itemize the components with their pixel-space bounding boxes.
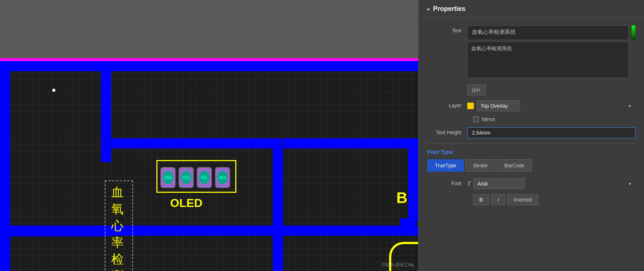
formula-label-empty [427,84,467,87]
text-property-label: Text [427,25,467,33]
font-dropdown-wrapper: Arial Times New Roman Courier New ▼ [473,178,635,189]
panel-header: ◄ Properties [419,0,644,18]
mirror-label: Mirror [482,116,495,122]
formula-button[interactable]: (x)+ [467,84,486,95]
oled-pin-3: SCL [197,167,212,188]
formula-row: (x)+ [427,84,635,95]
mirror-row: Mirror [427,116,635,122]
inverted-button[interactable]: Inverted [507,194,538,205]
b-letter: B [396,189,407,207]
italic-button[interactable]: I [491,194,505,205]
oled-pin-4-label: SDA [217,171,228,184]
oled-pin-2-label: VCC [181,171,191,184]
font-type-buttons: TrueType Stroke BarCode [427,159,635,172]
pcb-canvas[interactable]: 血氧心率检测系统 GND VCC SCL SDA OLED B CSDN @张工… [0,0,418,271]
oled-pin-1: GND [160,167,176,188]
oled-pin-2: VCC [179,167,194,188]
font-label: Font [427,178,467,186]
selection-handle-br [53,89,55,92]
layer-select[interactable]: Top Overlay Bottom Overlay Top Copper [477,100,520,111]
blue-trace-corner-bl [0,138,109,236]
panel-body: Text 血氧心率检测系统 (x)+ Layer Top Overlay [419,18,644,271]
layer-color-indicator [467,103,474,109]
blue-line-top [0,61,418,71]
text-textarea[interactable] [467,41,629,78]
mirror-checkbox[interactable] [473,116,479,122]
panel-collapse-icon[interactable]: ◄ [426,7,430,12]
divider-1 [427,143,635,144]
font-type-truetype-btn[interactable]: TrueType [427,159,464,172]
font-type-barcode-btn[interactable]: BarCode [497,159,532,172]
layer-dropdown-arrow: ▼ [628,104,632,108]
bold-button[interactable]: B [473,194,489,205]
properties-panel: ◄ Properties Text 血氧心率检测系统 (x)+ Layer [418,0,644,271]
font-select-wrapper: T Arial Times New Roman Courier New ▼ [467,178,635,189]
layer-select-wrapper: Top Overlay Bottom Overlay Top Copper ▼ [477,100,635,111]
watermark: CSDN @张工hkj [381,262,414,268]
blue-trace-horizontal-mid [101,138,283,148]
text-property-row: Text 血氧心率检测系统 [427,25,635,79]
font-dropdown-arrow: ▼ [628,182,632,186]
font-property-row: Font T Arial Times New Roman Courier New… [427,178,635,189]
blue-trace-right-corner [400,148,418,228]
text-height-input[interactable] [467,127,635,138]
text-height-label: Text Height [427,127,467,135]
font-type-section-title: Font Type [427,149,635,155]
oled-component-box[interactable]: GND VCC SCL SDA [156,160,236,193]
blue-trace-right-top [284,138,418,148]
top-gray-area [0,0,418,58]
text-value-display: 血氧心率检测系统 [467,25,629,40]
font-type-stroke-btn[interactable]: Stroke [465,159,495,172]
text-style-row: B I Inverted [427,194,635,205]
pcb-chinese-text[interactable]: 血氧心率检测系统 [105,180,133,271]
oled-label: OLED [170,196,203,210]
font-type-icon: T [467,180,471,187]
oled-pin-1-label: GND [163,171,173,184]
oled-pin-4: SDA [215,167,230,188]
font-select[interactable]: Arial Times New Roman Courier New [473,178,525,189]
layer-property-row: Layer Top Overlay Bottom Overlay Top Cop… [427,100,635,111]
layer-label: Layer [427,100,467,108]
text-height-row: Text Height [427,127,635,138]
blue-trace-vertical-right [273,138,283,271]
magenta-line [0,58,418,61]
oled-pin-3-label: SCL [199,171,209,184]
green-indicator-bar [632,25,635,40]
panel-title: Properties [433,5,465,13]
